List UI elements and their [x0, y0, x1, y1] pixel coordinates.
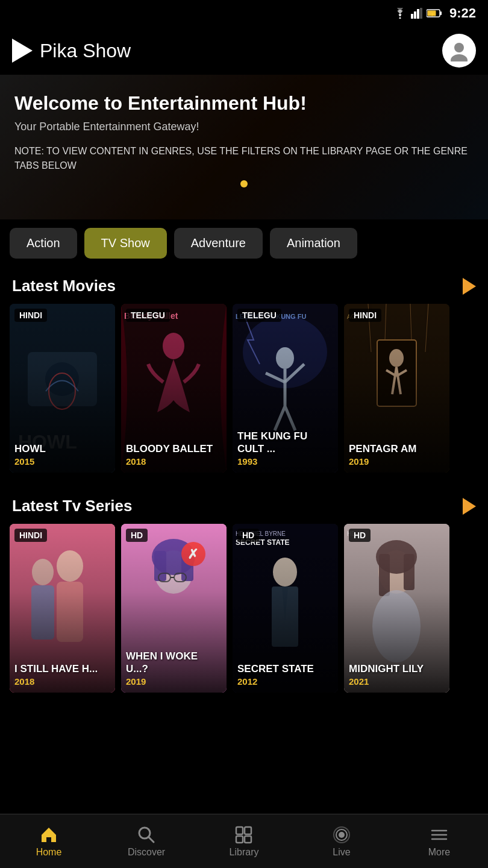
card-info-bloody: BLOODY BALLET 2018 — [126, 443, 222, 467]
hero-subtitle: Your Portable Entertainment Gateway! — [14, 121, 474, 133]
menu-icon — [430, 825, 449, 844]
app-logo: Pika Show — [12, 39, 131, 63]
library-icon — [234, 825, 254, 844]
card-badge-howl: HINDI — [14, 309, 47, 322]
card-year-midnightlily: 2021 — [349, 676, 445, 687]
card-year-bloody: 2018 — [126, 456, 222, 467]
card-badge-midnightlily: HD — [349, 529, 371, 542]
tv-card-secret-state[interactable]: HD BRIEL BYRNE SECRET STATE HD SECRET ST… — [233, 524, 338, 693]
hero-indicator — [14, 173, 474, 190]
nav-more-label: More — [428, 847, 450, 858]
card-badge-bloody: TELEGU — [126, 309, 170, 322]
battery-icon: ⚡ — [427, 9, 442, 17]
card-year-whenwoke: 2019 — [126, 676, 222, 687]
hero-note: NOTE: TO VIEW CONTENT IN GENRES, USE THE… — [14, 144, 474, 173]
nav-more[interactable]: More — [390, 825, 488, 858]
user-avatar-button[interactable] — [442, 34, 476, 68]
latest-tvseries-header: Latest Tv Series — [0, 497, 488, 524]
movie-card-pentagram[interactable]: AGRA HINDI PENTAGR AM 2019 — [344, 304, 449, 473]
svg-rect-64 — [245, 836, 251, 843]
card-title-pentagram: PENTAGR AM — [349, 443, 445, 455]
card-badge-secretstate: HD — [237, 529, 259, 542]
card-badge-pentagram: HINDI — [349, 309, 381, 322]
movie-card-kung-fu[interactable]: LEGEND OF KUNG FU TELEGU THE KUNG FU CUL… — [233, 304, 338, 473]
latest-movies-more-arrow[interactable] — [463, 278, 476, 295]
svg-line-60 — [149, 837, 154, 842]
tv-card-midnight-lily[interactable]: HD HD MIDNIGHT LILY 2021 — [344, 524, 449, 693]
tv-card-when-i-woke[interactable]: ✗ HD WHEN I WOKE U...? 2019 — [121, 524, 227, 693]
svg-rect-62 — [245, 827, 251, 834]
wifi-icon — [393, 8, 407, 19]
card-info-pentagram: PENTAGR AM 2019 — [349, 443, 445, 467]
nav-home[interactable]: Home — [0, 825, 98, 858]
svg-rect-6 — [440, 11, 442, 15]
nav-home-label: Home — [36, 847, 62, 858]
latest-tvseries-more-arrow[interactable] — [463, 498, 476, 515]
card-title-bloody: BLOODY BALLET — [126, 443, 222, 455]
svg-text:⚡: ⚡ — [430, 11, 436, 17]
latest-movies-section: Latest Movies HOWL HINDI HOWL 2015 — [0, 267, 488, 477]
card-title-howl: HOWL — [14, 443, 110, 455]
tv-card-i-still-have[interactable]: hola HINDI I STILL HAVE H... 2018 — [10, 524, 115, 693]
app-name: Pika Show — [40, 40, 131, 62]
card-badge-kungfu: TELEGU — [237, 309, 281, 322]
status-time: 9:22 — [449, 5, 476, 21]
carousel-dot — [240, 180, 248, 187]
nav-discover[interactable]: Discover — [98, 825, 195, 858]
nav-live[interactable]: Live — [293, 825, 390, 858]
card-info-whenwoke: WHEN I WOKE U...? 2019 — [126, 650, 222, 687]
svg-rect-63 — [236, 836, 243, 843]
svg-point-0 — [399, 17, 401, 19]
latest-tvseries-title: Latest Tv Series — [12, 497, 132, 515]
card-year-kungfu: 1993 — [237, 456, 333, 467]
bottom-nav: Home Discover Library Live More — [0, 814, 488, 868]
card-title-midnightlily: MIDNIGHT LILY — [349, 663, 445, 675]
card-title-secretstate: SECRET STATE — [237, 663, 333, 675]
genre-tab-animation[interactable]: Animation — [270, 228, 357, 259]
latest-movies-row: HOWL HINDI HOWL 2015 — [0, 304, 488, 473]
nav-discover-label: Discover — [128, 847, 165, 858]
user-icon — [448, 40, 470, 61]
signal-icon — [411, 8, 423, 19]
home-icon — [39, 825, 58, 844]
card-badge-whenwoke: HD — [126, 529, 148, 542]
svg-rect-2 — [414, 11, 416, 19]
genre-tab-tvshow[interactable]: TV Show — [84, 228, 167, 259]
latest-tvseries-section: Latest Tv Series hola HINDI — [0, 487, 488, 697]
svg-rect-61 — [236, 827, 243, 834]
svg-rect-1 — [411, 14, 413, 19]
genre-tab-action[interactable]: Action — [10, 228, 77, 259]
movie-card-howl[interactable]: HOWL HINDI HOWL 2015 — [10, 304, 115, 473]
card-info-midnightlily: MIDNIGHT LILY 2021 — [349, 663, 445, 687]
svg-rect-4 — [420, 8, 422, 19]
svg-point-10 — [451, 54, 468, 61]
play-logo-icon — [12, 39, 33, 63]
status-icons: ⚡ — [393, 8, 442, 19]
latest-movies-header: Latest Movies — [0, 277, 488, 304]
nav-library[interactable]: Library — [195, 825, 293, 858]
svg-point-65 — [339, 832, 345, 838]
hero-banner: Welcome to Entertainment Hub! Your Porta… — [0, 75, 488, 219]
card-info-secretstate: SECRET STATE 2012 — [237, 663, 333, 687]
app-header: Pika Show — [0, 27, 488, 75]
latest-tvseries-row: hola HINDI I STILL HAVE H... 2018 — [0, 524, 488, 693]
svg-point-9 — [454, 43, 464, 52]
card-title-whenwoke: WHEN I WOKE U...? — [126, 650, 222, 675]
nav-library-label: Library — [230, 847, 259, 858]
search-icon — [137, 825, 156, 844]
card-info-howl: HOWL 2015 — [14, 443, 110, 467]
card-title-istillhave: I STILL HAVE H... — [14, 663, 110, 675]
svg-rect-3 — [417, 9, 419, 19]
card-year-pentagram: 2019 — [349, 456, 445, 467]
card-year-secretstate: 2012 — [237, 676, 333, 687]
movie-card-bloody-ballet[interactable]: Bloody Ballet TELEGU BLOODY BALLET 2018 — [121, 304, 227, 473]
nav-live-label: Live — [333, 847, 350, 858]
status-bar: ⚡ 9:22 — [0, 0, 488, 27]
card-info-kungfu: THE KUNG FU CULT ... 1993 — [237, 430, 333, 467]
card-title-kungfu: THE KUNG FU CULT ... — [237, 430, 333, 455]
hero-title: Welcome to Entertainment Hub! — [14, 92, 474, 115]
card-year-howl: 2015 — [14, 456, 110, 467]
card-year-istillhave: 2018 — [14, 676, 110, 687]
latest-movies-title: Latest Movies — [12, 277, 116, 295]
genre-tab-adventure[interactable]: Adventure — [174, 228, 263, 259]
